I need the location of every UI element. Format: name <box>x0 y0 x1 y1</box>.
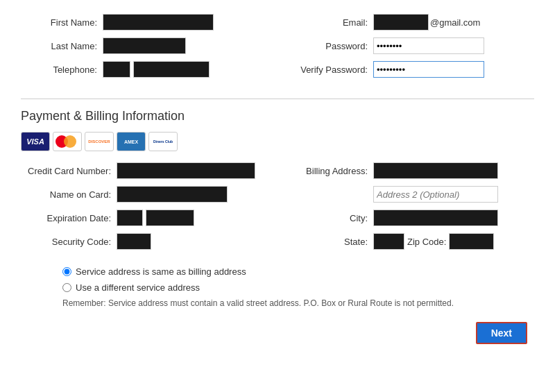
mastercard-logo <box>53 132 82 151</box>
same-address-radio[interactable] <box>62 267 71 276</box>
password-label: Password: <box>291 41 368 51</box>
diners-logo: Diners Club <box>148 132 178 151</box>
city-row: City: <box>291 210 534 226</box>
email-wrapper: @gmail.com <box>373 14 480 31</box>
last-name-input[interactable] <box>103 37 186 54</box>
first-name-row: First Name: <box>21 14 264 31</box>
state-zip-group: Zip Code: <box>373 233 494 250</box>
next-button[interactable]: Next <box>476 322 527 344</box>
verify-password-input[interactable] <box>373 61 484 78</box>
cc-number-input[interactable] <box>117 162 255 179</box>
payment-right: Billing Address: City: State: Zip Code: <box>291 162 534 257</box>
state-zip-row: State: Zip Code: <box>291 233 534 250</box>
payment-left: Credit Card Number: Name on Card: Expira… <box>21 162 264 257</box>
same-address-label: Service address is same as billing addre… <box>76 266 246 277</box>
email-domain: @gmail.com <box>430 17 480 28</box>
billing-address-row: Billing Address: <box>291 162 534 179</box>
zip-code-label: Zip Code: <box>407 237 446 247</box>
button-row: Next <box>21 322 534 344</box>
mc-circles <box>54 134 80 149</box>
billing-address-input[interactable] <box>373 162 498 179</box>
email-row: Email: @gmail.com <box>291 14 534 31</box>
payment-form: Credit Card Number: Name on Card: Expira… <box>21 162 534 257</box>
name-on-card-label: Name on Card: <box>21 189 111 200</box>
first-name-label: First Name: <box>21 17 97 28</box>
security-row: Security Code: <box>21 233 264 250</box>
telephone-label: Telephone: <box>21 65 97 75</box>
verify-password-row: Verify Password: <box>291 61 534 78</box>
exp-month-input[interactable] <box>117 210 143 226</box>
security-code-input[interactable] <box>117 233 151 250</box>
expiration-label: Expiration Date: <box>21 213 111 223</box>
password-row: Password: <box>291 37 534 54</box>
cc-number-row: Credit Card Number: <box>21 162 264 179</box>
card-logos: VISA DISCOVER AMEX Diners Club <box>21 132 534 151</box>
tel-number-input[interactable] <box>133 61 210 78</box>
password-input[interactable] <box>373 37 484 54</box>
name-on-card-row: Name on Card: <box>21 186 264 203</box>
telephone-row: Telephone: <box>21 61 264 78</box>
last-name-label: Last Name: <box>21 41 97 51</box>
name-on-card-input[interactable] <box>117 186 228 203</box>
security-label: Security Code: <box>21 237 111 247</box>
city-label: City: <box>291 213 368 223</box>
payment-section-title: Payment & Billing Information <box>21 109 534 123</box>
discover-logo: DISCOVER <box>85 132 114 151</box>
last-name-row: Last Name: <box>21 37 264 54</box>
email-label: Email: <box>291 17 368 28</box>
section-divider <box>21 99 534 99</box>
first-name-input[interactable] <box>103 14 214 31</box>
different-address-radio[interactable] <box>62 283 71 292</box>
tel-area-input[interactable] <box>103 61 130 78</box>
email-input[interactable] <box>373 14 429 31</box>
zip-input[interactable] <box>449 233 494 250</box>
notice-text: Remember: Service address must contain a… <box>21 298 534 308</box>
expiration-group <box>117 210 194 226</box>
billing-address-label: Billing Address: <box>291 166 368 176</box>
state-input[interactable] <box>373 233 404 250</box>
telephone-group <box>103 61 210 78</box>
state-label: State: <box>291 237 368 247</box>
radio-section: Service address is same as billing addre… <box>21 266 534 293</box>
different-address-label: Use a different service address <box>76 282 200 293</box>
amex-logo: AMEX <box>117 132 146 151</box>
address2-input[interactable] <box>373 186 498 203</box>
cc-number-label: Credit Card Number: <box>21 166 111 176</box>
exp-year-input[interactable] <box>146 210 194 226</box>
verify-password-label: Verify Password: <box>291 65 368 75</box>
same-address-row: Service address is same as billing addre… <box>62 266 534 277</box>
visa-logo: VISA <box>21 132 50 151</box>
address2-row <box>291 186 534 203</box>
mc-circle-orange <box>64 135 76 148</box>
different-address-row: Use a different service address <box>62 282 534 293</box>
city-input[interactable] <box>373 210 498 226</box>
expiration-row: Expiration Date: <box>21 210 264 226</box>
